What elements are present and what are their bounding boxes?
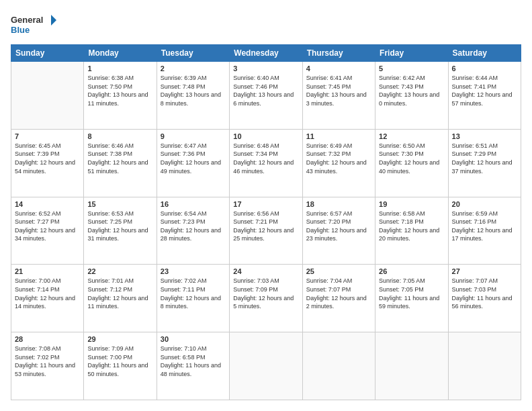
day-number: 10 <box>233 132 298 140</box>
day-number: 21 <box>15 267 80 275</box>
weekday-header-tuesday: Tuesday <box>157 45 229 62</box>
day-number: 8 <box>87 132 152 140</box>
day-info: Sunrise: 6:46 AMSunset: 7:38 PMDaylight:… <box>87 142 152 175</box>
day-info: Sunrise: 6:47 AMSunset: 7:36 PMDaylight:… <box>161 142 226 175</box>
day-number: 4 <box>306 64 371 73</box>
calendar-cell: 15Sunrise: 6:53 AMSunset: 7:25 PMDayligh… <box>84 197 157 265</box>
calendar-cell: 27Sunrise: 7:07 AMSunset: 7:03 PMDayligh… <box>448 265 521 332</box>
day-info: Sunrise: 6:49 AMSunset: 7:32 PMDaylight:… <box>306 142 371 175</box>
calendar-cell: 5Sunrise: 6:42 AMSunset: 7:43 PMDaylight… <box>375 62 448 130</box>
calendar-cell: 7Sunrise: 6:45 AMSunset: 7:39 PMDaylight… <box>11 129 84 197</box>
day-number: 3 <box>233 64 298 73</box>
page: General Blue SundayMondayTuesdayWednesda… <box>0 0 532 411</box>
day-number: 24 <box>233 267 298 275</box>
day-info: Sunrise: 6:54 AMSunset: 7:23 PMDaylight:… <box>161 210 226 243</box>
calendar-cell: 20Sunrise: 6:59 AMSunset: 7:16 PMDayligh… <box>448 197 521 265</box>
day-info: Sunrise: 7:03 AMSunset: 7:09 PMDaylight:… <box>233 277 298 310</box>
week-row-5: 28Sunrise: 7:08 AMSunset: 7:02 PMDayligh… <box>11 332 521 400</box>
day-number: 20 <box>452 200 517 208</box>
weekday-header-monday: Monday <box>84 45 157 62</box>
calendar-cell: 11Sunrise: 6:49 AMSunset: 7:32 PMDayligh… <box>302 129 375 197</box>
weekday-header-wednesday: Wednesday <box>230 45 302 62</box>
day-info: Sunrise: 6:48 AMSunset: 7:34 PMDaylight:… <box>233 142 298 175</box>
day-number: 19 <box>379 200 444 208</box>
calendar-cell: 6Sunrise: 6:44 AMSunset: 7:41 PMDaylight… <box>448 62 521 130</box>
calendar-cell: 13Sunrise: 6:51 AMSunset: 7:29 PMDayligh… <box>448 129 521 197</box>
day-number: 17 <box>233 200 298 208</box>
calendar-cell: 14Sunrise: 6:52 AMSunset: 7:27 PMDayligh… <box>11 197 84 265</box>
day-info: Sunrise: 6:56 AMSunset: 7:21 PMDaylight:… <box>233 210 298 243</box>
logo: General Blue <box>11 11 58 38</box>
day-info: Sunrise: 6:45 AMSunset: 7:39 PMDaylight:… <box>15 142 80 175</box>
day-number: 13 <box>452 132 517 140</box>
day-number: 23 <box>161 267 226 275</box>
calendar-cell: 3Sunrise: 6:40 AMSunset: 7:46 PMDaylight… <box>230 62 302 130</box>
day-info: Sunrise: 7:10 AMSunset: 6:58 PMDaylight:… <box>161 345 226 378</box>
day-number: 12 <box>379 132 444 140</box>
calendar-cell: 18Sunrise: 6:57 AMSunset: 7:20 PMDayligh… <box>302 197 375 265</box>
day-info: Sunrise: 6:53 AMSunset: 7:25 PMDaylight:… <box>87 210 152 243</box>
day-number: 29 <box>87 335 152 343</box>
day-info: Sunrise: 6:40 AMSunset: 7:46 PMDaylight:… <box>233 74 298 107</box>
day-info: Sunrise: 6:50 AMSunset: 7:30 PMDaylight:… <box>379 142 444 175</box>
day-info: Sunrise: 7:00 AMSunset: 7:14 PMDaylight:… <box>15 277 80 310</box>
calendar-cell: 4Sunrise: 6:41 AMSunset: 7:45 PMDaylight… <box>302 62 375 130</box>
day-number: 11 <box>306 132 371 140</box>
calendar-cell: 30Sunrise: 7:10 AMSunset: 6:58 PMDayligh… <box>157 332 229 400</box>
week-row-1: 1Sunrise: 6:38 AMSunset: 7:50 PMDaylight… <box>11 62 521 130</box>
day-number: 25 <box>306 267 371 275</box>
day-number: 7 <box>15 132 80 140</box>
calendar: SundayMondayTuesdayWednesdayThursdayFrid… <box>11 44 521 400</box>
day-number: 14 <box>15 200 80 208</box>
day-number: 9 <box>161 132 226 140</box>
svg-marker-2 <box>51 15 56 26</box>
day-number: 16 <box>161 200 226 208</box>
day-info: Sunrise: 7:01 AMSunset: 7:12 PMDaylight:… <box>87 277 152 310</box>
calendar-cell: 8Sunrise: 6:46 AMSunset: 7:38 PMDaylight… <box>84 129 157 197</box>
day-info: Sunrise: 6:44 AMSunset: 7:41 PMDaylight:… <box>452 74 517 107</box>
calendar-cell: 16Sunrise: 6:54 AMSunset: 7:23 PMDayligh… <box>157 197 229 265</box>
svg-text:Blue: Blue <box>11 25 30 35</box>
header: General Blue <box>11 11 521 38</box>
day-number: 2 <box>161 64 226 73</box>
day-info: Sunrise: 6:42 AMSunset: 7:43 PMDaylight:… <box>379 74 444 107</box>
day-number: 6 <box>452 64 517 73</box>
calendar-cell: 24Sunrise: 7:03 AMSunset: 7:09 PMDayligh… <box>230 265 302 332</box>
day-info: Sunrise: 6:51 AMSunset: 7:29 PMDaylight:… <box>452 142 517 175</box>
day-info: Sunrise: 7:07 AMSunset: 7:03 PMDaylight:… <box>452 277 517 310</box>
day-info: Sunrise: 6:59 AMSunset: 7:16 PMDaylight:… <box>452 210 517 243</box>
day-info: Sunrise: 6:57 AMSunset: 7:20 PMDaylight:… <box>306 210 371 243</box>
week-row-4: 21Sunrise: 7:00 AMSunset: 7:14 PMDayligh… <box>11 265 521 332</box>
calendar-cell: 23Sunrise: 7:02 AMSunset: 7:11 PMDayligh… <box>157 265 229 332</box>
logo-svg: General Blue <box>11 11 58 38</box>
day-number: 22 <box>87 267 152 275</box>
calendar-cell <box>302 332 375 400</box>
day-number: 28 <box>15 335 80 343</box>
calendar-cell: 26Sunrise: 7:05 AMSunset: 7:05 PMDayligh… <box>375 265 448 332</box>
day-info: Sunrise: 7:08 AMSunset: 7:02 PMDaylight:… <box>15 345 80 378</box>
week-row-2: 7Sunrise: 6:45 AMSunset: 7:39 PMDaylight… <box>11 129 521 197</box>
weekday-header-sunday: Sunday <box>11 45 84 62</box>
day-number: 27 <box>452 267 517 275</box>
calendar-cell: 28Sunrise: 7:08 AMSunset: 7:02 PMDayligh… <box>11 332 84 400</box>
calendar-cell: 21Sunrise: 7:00 AMSunset: 7:14 PMDayligh… <box>11 265 84 332</box>
calendar-cell <box>11 62 84 130</box>
day-number: 5 <box>379 64 444 73</box>
weekday-header-friday: Friday <box>375 45 448 62</box>
day-info: Sunrise: 6:58 AMSunset: 7:18 PMDaylight:… <box>379 210 444 243</box>
calendar-cell: 10Sunrise: 6:48 AMSunset: 7:34 PMDayligh… <box>230 129 302 197</box>
calendar-cell <box>375 332 448 400</box>
calendar-cell: 2Sunrise: 6:39 AMSunset: 7:48 PMDaylight… <box>157 62 229 130</box>
calendar-cell: 9Sunrise: 6:47 AMSunset: 7:36 PMDaylight… <box>157 129 229 197</box>
day-info: Sunrise: 7:05 AMSunset: 7:05 PMDaylight:… <box>379 277 444 310</box>
calendar-cell: 17Sunrise: 6:56 AMSunset: 7:21 PMDayligh… <box>230 197 302 265</box>
calendar-cell <box>230 332 302 400</box>
day-info: Sunrise: 6:39 AMSunset: 7:48 PMDaylight:… <box>161 74 226 107</box>
day-info: Sunrise: 7:04 AMSunset: 7:07 PMDaylight:… <box>306 277 371 310</box>
day-info: Sunrise: 6:41 AMSunset: 7:45 PMDaylight:… <box>306 74 371 107</box>
calendar-cell: 19Sunrise: 6:58 AMSunset: 7:18 PMDayligh… <box>375 197 448 265</box>
calendar-cell: 12Sunrise: 6:50 AMSunset: 7:30 PMDayligh… <box>375 129 448 197</box>
week-row-3: 14Sunrise: 6:52 AMSunset: 7:27 PMDayligh… <box>11 197 521 265</box>
day-number: 1 <box>87 64 152 73</box>
day-info: Sunrise: 7:02 AMSunset: 7:11 PMDaylight:… <box>161 277 226 310</box>
